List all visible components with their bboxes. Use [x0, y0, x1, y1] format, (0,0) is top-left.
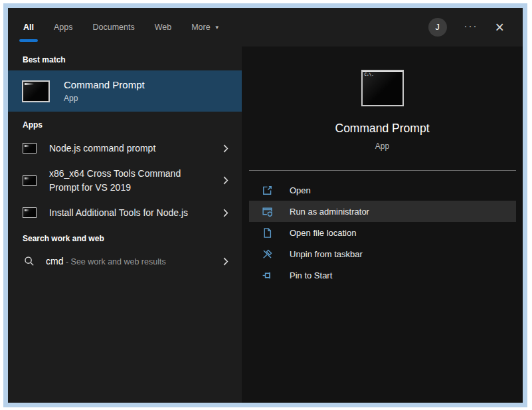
tab-more-label: More	[191, 23, 210, 32]
app-result-label: x86_x64 Cross Tools Command Prompt for V…	[49, 167, 223, 194]
action-label: Unpin from taskbar	[290, 249, 363, 259]
action-unpin-from-taskbar[interactable]: Unpin from taskbar	[249, 243, 516, 264]
windows-search-window: All Apps Documents Web More▼ J ··· × Bes…	[8, 8, 523, 403]
best-match-header: Best match	[8, 47, 242, 70]
app-result-x86-x64-cross-tools[interactable]: x86_x64 Cross Tools Command Prompt for V…	[8, 161, 242, 200]
open-in-new-window-icon	[262, 185, 273, 196]
chevron-right-icon[interactable]	[223, 144, 228, 153]
app-result-label: Node.js command prompt	[49, 142, 223, 155]
results-panel: Best match Command Prompt App Apps Node.…	[8, 47, 242, 403]
preview-panel: C:\. Command Prompt App Open	[242, 47, 523, 403]
tab-more[interactable]: More▼	[191, 23, 219, 32]
app-result-nodejs-command-prompt[interactable]: Node.js command prompt	[8, 136, 242, 161]
best-match-text: Command Prompt App	[64, 79, 145, 103]
search-result-text: cmd - See work and web results	[46, 256, 223, 266]
account-avatar[interactable]: J	[428, 18, 447, 37]
search-work-web-header: Search work and web	[8, 225, 242, 249]
best-match-subtitle: App	[64, 94, 145, 103]
web-search-result-cmd[interactable]: cmd - See work and web results	[8, 249, 242, 273]
unpin-icon	[262, 249, 273, 260]
tab-web[interactable]: Web	[155, 23, 171, 32]
close-icon[interactable]: ×	[495, 21, 504, 34]
chevron-down-icon: ▼	[215, 25, 220, 31]
preview-app-subtitle: App	[375, 142, 389, 151]
terminal-icon	[23, 143, 37, 154]
action-open[interactable]: Open	[249, 179, 516, 201]
pin-icon	[262, 270, 273, 281]
best-match-result-command-prompt[interactable]: Command Prompt App	[8, 70, 242, 112]
action-label: Run as administrator	[290, 207, 369, 217]
admin-shield-icon	[262, 206, 273, 217]
search-icon	[24, 256, 35, 266]
screenshot-frame: All Apps Documents Web More▼ J ··· × Bes…	[3, 3, 527, 407]
search-query: cmd	[46, 256, 63, 266]
preview-icon-wrap: C:\.	[361, 70, 404, 106]
tab-all[interactable]: All	[23, 23, 34, 32]
chevron-right-icon[interactable]	[223, 209, 228, 217]
action-label: Pin to Start	[290, 270, 332, 280]
file-location-icon	[262, 227, 273, 239]
command-prompt-icon	[22, 80, 50, 102]
terminal-icon	[23, 207, 37, 218]
action-label: Open file location	[290, 228, 356, 238]
search-suffix: - See work and web results	[63, 257, 165, 266]
app-result-label: Install Additional Tools for Node.js	[49, 206, 223, 219]
chevron-right-icon[interactable]	[223, 257, 228, 266]
best-match-title: Command Prompt	[64, 79, 145, 90]
search-filter-tabbar: All Apps Documents Web More▼ J ··· ×	[8, 8, 523, 47]
chevron-right-icon[interactable]	[223, 176, 228, 185]
tab-apps[interactable]: Apps	[54, 23, 73, 32]
action-label: Open	[290, 185, 311, 195]
tab-documents[interactable]: Documents	[92, 23, 134, 32]
preview-app-title: Command Prompt	[335, 122, 430, 136]
command-prompt-large-icon: C:\.	[361, 70, 404, 106]
titlebar-controls: J ··· ×	[428, 18, 523, 37]
app-result-install-additional-tools[interactable]: Install Additional Tools for Node.js	[8, 200, 242, 225]
action-open-file-location[interactable]: Open file location	[249, 222, 516, 243]
action-run-as-administrator[interactable]: Run as administrator	[249, 201, 516, 222]
terminal-icon	[23, 175, 37, 186]
terminal-prompt-text: C:\.	[365, 72, 374, 76]
action-pin-to-start[interactable]: Pin to Start	[249, 264, 516, 286]
more-options-icon[interactable]: ···	[464, 20, 478, 31]
context-actions-list: Open Run as administrator	[249, 170, 516, 286]
apps-header: Apps	[8, 112, 242, 136]
